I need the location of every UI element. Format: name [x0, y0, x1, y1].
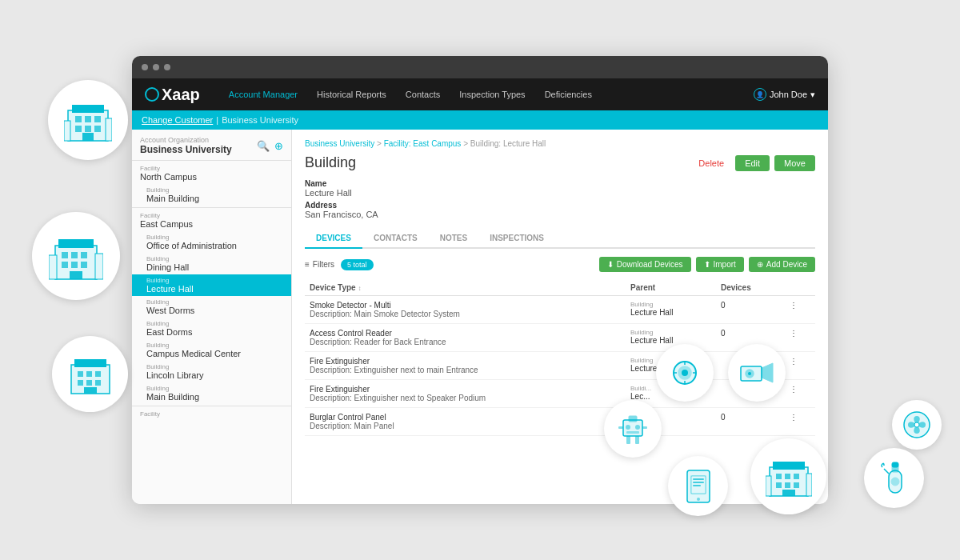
nav-contacts[interactable]: Contacts	[406, 90, 440, 99]
tab-contacts[interactable]: CONTACTS	[362, 229, 429, 249]
import-button[interactable]: ⬆ Import	[696, 257, 744, 272]
cell-device-type: Access Control Reader Description: Reade…	[305, 324, 626, 352]
cell-row-menu[interactable]: ⋮	[785, 408, 815, 436]
svg-rect-56	[693, 478, 704, 480]
sidebar-item-main-building-2[interactable]: Building Main Building	[132, 382, 291, 404]
filters-label: Filters	[313, 260, 334, 269]
extinguisher-icon	[881, 459, 908, 498]
cell-row-menu[interactable]: ⋮	[785, 296, 815, 324]
sidebar-org-label: Account Organization	[140, 136, 232, 144]
sort-icon-device-type[interactable]: ↕	[358, 285, 361, 292]
sidebar-item-type: Building	[146, 298, 283, 306]
add-device-button[interactable]: ⊕ Add Device	[749, 257, 815, 272]
download-devices-button[interactable]: ⬇ Download Devices	[599, 257, 691, 272]
tab-notes[interactable]: NOTES	[429, 229, 478, 249]
address-label: Address	[305, 201, 815, 210]
fan-icon	[902, 410, 932, 440]
sidebar-item-type: Building	[146, 363, 283, 370]
browser-chrome	[132, 56, 828, 78]
floating-circle-building-bottom	[750, 438, 826, 514]
nav-deficiencies[interactable]: Deficiencies	[545, 90, 592, 99]
svg-marker-39	[762, 363, 773, 382]
svg-rect-46	[626, 431, 639, 434]
sidebar-item-facility[interactable]: Facility	[132, 408, 291, 420]
breadcrumb-business-university[interactable]: Business University	[305, 139, 374, 148]
sidebar-item-label: Office of Administration	[146, 241, 283, 250]
sidebar-search-icon[interactable]: 🔍	[257, 140, 270, 152]
nav-inspection-types[interactable]: Inspection Types	[459, 90, 525, 99]
sidebar-org-name: Business University	[140, 144, 232, 155]
tab-devices[interactable]: DEVICES	[305, 229, 362, 249]
sidebar-item-type: Building	[146, 255, 283, 262]
sidebar-item-office-admin[interactable]: Building Office of Administration	[132, 231, 291, 253]
cell-row-menu[interactable]: ⋮	[785, 380, 815, 408]
svg-rect-13	[62, 252, 68, 258]
sidebar-actions: 🔍 ⊕	[257, 140, 283, 152]
breadcrumb-lecture-hall: Building: Lecture Hall	[470, 139, 546, 148]
tab-inspections[interactable]: INSPECTIONS	[478, 229, 555, 249]
toolbar-left: ≡ Filters 5 total	[305, 259, 374, 270]
sidebar-item-north-campus[interactable]: Facility North Campus	[132, 162, 291, 184]
svg-rect-14	[71, 252, 78, 258]
svg-rect-73	[892, 462, 898, 467]
sidebar-item-lecture-hall[interactable]: Building Lecture Hall	[132, 274, 291, 296]
nav-historical-reports[interactable]: Historical Reports	[317, 90, 386, 99]
user-chevron-icon: ▾	[810, 90, 815, 100]
svg-point-33	[682, 370, 688, 376]
svg-rect-25	[86, 371, 92, 377]
svg-point-45	[635, 425, 640, 430]
download-label: Download Devices	[617, 260, 683, 269]
total-badge: 5 total	[341, 259, 374, 270]
svg-point-41	[748, 372, 751, 375]
change-customer-link[interactable]: Change Customer	[142, 115, 213, 125]
svg-rect-68	[782, 490, 795, 496]
move-button[interactable]: Move	[774, 155, 815, 171]
browser-dot-3	[164, 64, 170, 70]
sidebar-item-dining-hall[interactable]: Building Dining Hall	[132, 253, 291, 274]
sidebar-item-type: Building	[146, 342, 283, 349]
svg-rect-47	[618, 426, 623, 429]
sidebar-divider	[132, 160, 291, 161]
edit-button[interactable]: Edit	[735, 155, 770, 171]
cell-device-type: Smoke Detector - Multi Description: Main…	[305, 296, 626, 324]
svg-rect-21	[95, 254, 103, 279]
name-value: Lecture Hall	[305, 188, 815, 198]
sidebar-item-east-campus[interactable]: Facility East Campus	[132, 210, 291, 231]
filters-button[interactable]: ≡ Filters	[305, 260, 334, 269]
toolbar: ≡ Filters 5 total ⬇ Download Devices ⬆ I…	[305, 257, 815, 272]
sidebar-item-label: Dining Hall	[146, 262, 283, 272]
content-panel: Business University > Facility: East Cam…	[292, 130, 828, 504]
cell-row-menu[interactable]: ⋮	[785, 324, 815, 352]
svg-rect-69	[766, 476, 771, 496]
svg-rect-16	[62, 262, 68, 268]
sidebar-item-main-building[interactable]: Building Main Building	[132, 184, 291, 206]
sidebar-item-lincoln-library[interactable]: Building Lincoln Library	[132, 361, 291, 382]
sidebar-item-campus-medical[interactable]: Building Campus Medical Center	[132, 339, 291, 361]
smoke-detector-icon	[669, 357, 701, 389]
sidebar-item-east-dorms[interactable]: Building East Dorms	[132, 318, 291, 339]
svg-rect-67	[794, 482, 799, 488]
sidebar-item-west-dorms[interactable]: Building West Dorms	[132, 296, 291, 318]
floating-circle-smoke	[656, 344, 714, 402]
floating-circle-robot	[604, 400, 662, 458]
cell-row-menu[interactable]: ⋮	[785, 352, 815, 380]
sidebar-add-icon[interactable]: ⊕	[274, 140, 283, 152]
svg-point-44	[626, 425, 630, 430]
page-title: Building	[305, 154, 356, 171]
building-icon-1	[64, 98, 112, 142]
nav-account-manager[interactable]: Account Manager	[229, 90, 298, 99]
delete-button[interactable]: Delete	[692, 155, 730, 171]
svg-rect-50	[635, 436, 639, 444]
breadcrumb: Business University > Facility: East Cam…	[305, 139, 815, 148]
svg-rect-8	[82, 133, 94, 141]
sidebar-item-type: Building	[146, 320, 283, 327]
filter-icon: ≡	[305, 260, 310, 269]
user-menu[interactable]: 👤 John Doe ▾	[754, 88, 815, 101]
breadcrumb-east-campus[interactable]: Facility: East Campus	[384, 139, 462, 148]
svg-rect-4	[94, 116, 101, 122]
svg-rect-7	[94, 126, 101, 132]
phone-icon	[684, 469, 713, 504]
svg-rect-49	[626, 436, 630, 444]
sidebar-item-type: Building	[146, 385, 283, 392]
col-devices: Devices	[716, 280, 785, 296]
